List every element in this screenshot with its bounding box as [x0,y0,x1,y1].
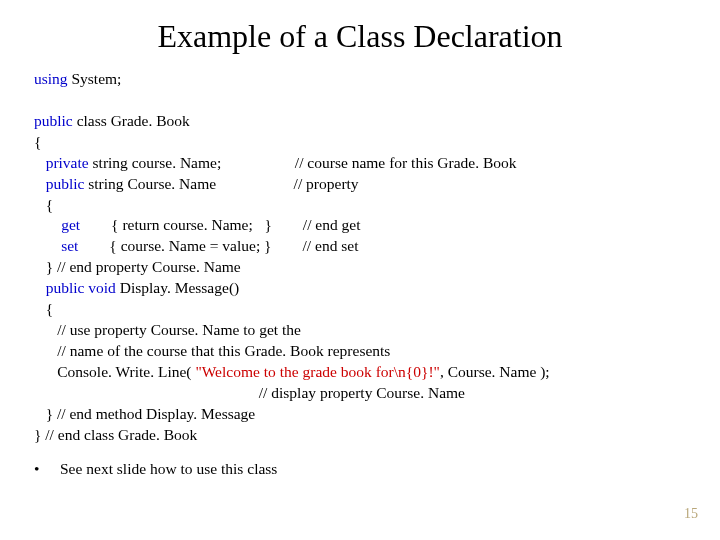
code-text: string course. Name; // course name for … [89,154,517,171]
code-text: Console. Write. Line( [34,363,195,380]
code-text: // display property Course. Name [34,384,465,401]
kw-using: using [34,70,68,87]
code-text: { [34,196,53,213]
code-text: { [34,133,41,150]
code-text: } // end class Grade. Book [34,426,197,443]
code-text [34,237,61,254]
code-text: // name of the course that this Grade. B… [34,342,390,359]
kw-get: get [61,216,80,233]
code-block: using System; public class Grade. Book {… [34,69,686,446]
code-text: } // end method Display. Message [34,405,255,422]
code-text: Display. Message() [116,279,239,296]
slide-title: Example of a Class Declaration [34,18,686,55]
kw-set: set [61,237,78,254]
kw-public: public [34,175,84,192]
code-text: , Course. Name ); [440,363,550,380]
string-literal: "Welcome to the grade book for\n{0}!" [195,363,440,380]
slide: Example of a Class Declaration using Sys… [0,0,720,540]
bullet-dot-icon: • [34,460,60,478]
code-text: { return course. Name; } // end get [80,216,360,233]
code-text: { [34,300,53,317]
kw-private: private [34,154,89,171]
kw-public: public [34,112,73,129]
code-text: class Grade. Book [73,112,190,129]
code-text: string Course. Name // property [84,175,358,192]
code-text: // use property Course. Name to get the [34,321,301,338]
page-number: 15 [684,506,698,522]
bullet-text: See next slide how to use this class [60,460,277,477]
bullet-row: •See next slide how to use this class [34,460,686,478]
code-text: { course. Name = value; } // end set [78,237,358,254]
code-text [34,216,61,233]
code-text: } // end property Course. Name [34,258,241,275]
kw-public-void: public void [34,279,116,296]
code-text: System; [68,70,122,87]
